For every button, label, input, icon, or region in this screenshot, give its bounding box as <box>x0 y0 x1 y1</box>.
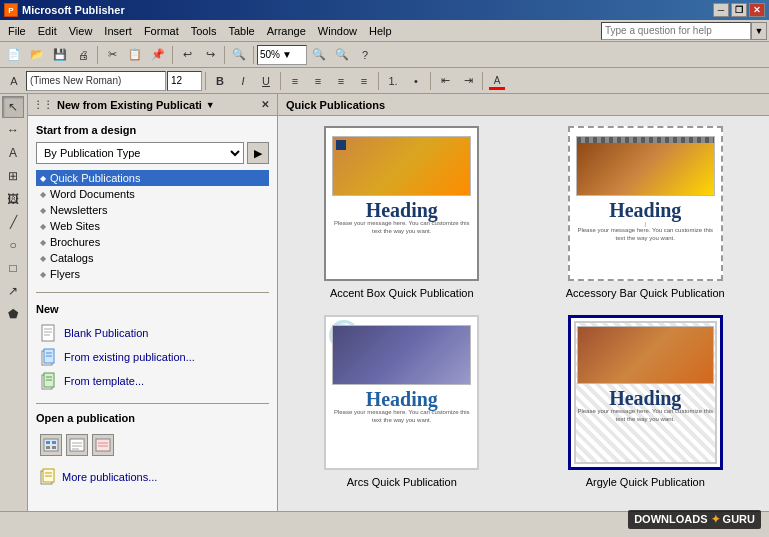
increase-indent-btn[interactable]: ⇥ <box>457 70 479 92</box>
more-publications-label: More publications... <box>62 471 157 483</box>
from-template-item[interactable]: From template... <box>36 369 269 393</box>
cut-btn[interactable]: ✂ <box>101 44 123 66</box>
publication-type-row: By Publication Type ▶ <box>36 142 269 164</box>
more-pubs-icon <box>40 467 56 487</box>
minimize-button[interactable]: ─ <box>713 3 729 17</box>
app-icon: P <box>4 3 18 17</box>
content-scroll[interactable]: Heading Please your message here. You ca… <box>278 116 769 511</box>
align-left-btn[interactable]: ≡ <box>284 70 306 92</box>
pub-thumb-accessory-bar[interactable]: Heading | Please your message here. You … <box>568 126 723 281</box>
new-btn[interactable]: 📄 <box>3 44 25 66</box>
pub-thumb-arcs[interactable]: Heading Please your message here. You ca… <box>324 315 479 470</box>
menu-insert[interactable]: Insert <box>98 23 138 39</box>
tree-item-catalogs[interactable]: ◆ Catalogs <box>36 250 269 266</box>
tree-label: Brochures <box>50 236 100 248</box>
text-tool[interactable]: A <box>2 142 24 164</box>
align-right-btn[interactable]: ≡ <box>330 70 352 92</box>
menu-format[interactable]: Format <box>138 23 185 39</box>
watermark: DOWNLOADS ✦ GURU <box>628 510 761 529</box>
pub-type-expand-btn[interactable]: ▶ <box>247 142 269 164</box>
tree-item-quick-publications[interactable]: ◆ Quick Publications <box>36 170 269 186</box>
menu-arrange[interactable]: Arrange <box>261 23 312 39</box>
font-color-btn[interactable]: A <box>486 70 508 92</box>
zoom-out-btn[interactable]: 🔍 <box>331 44 353 66</box>
pub-thumb-accent-box[interactable]: Heading Please your message here. You ca… <box>324 126 479 281</box>
align-center-btn[interactable]: ≡ <box>307 70 329 92</box>
open-section: Open a publication <box>36 408 269 494</box>
open-recent-3[interactable] <box>92 434 114 456</box>
help-arrow-button[interactable]: ▼ <box>751 22 767 40</box>
pub-label-argyle: Argyle Quick Publication <box>586 476 705 488</box>
zoom-in-btn[interactable]: 🔍 <box>308 44 330 66</box>
publication-type-select[interactable]: By Publication Type <box>36 142 244 164</box>
open-section-title: Open a publication <box>36 412 269 424</box>
menu-file[interactable]: File <box>2 23 32 39</box>
svg-rect-14 <box>52 441 56 444</box>
paste-btn[interactable]: 📌 <box>147 44 169 66</box>
new-section-title: New <box>36 303 269 315</box>
from-existing-item[interactable]: From existing publication... <box>36 345 269 369</box>
picture-tool[interactable]: 🖼 <box>2 188 24 210</box>
table-tool[interactable]: ⊞ <box>2 165 24 187</box>
open-recent-1[interactable] <box>40 434 62 456</box>
redo-btn[interactable]: ↪ <box>199 44 221 66</box>
tree-item-flyers[interactable]: ◆ Flyers <box>36 266 269 282</box>
task-pane-close-button[interactable]: ✕ <box>258 98 272 112</box>
open-recent-2[interactable] <box>66 434 88 456</box>
tree-label: Web Sites <box>50 220 100 232</box>
bullet-icon: ◆ <box>40 222 46 231</box>
menu-help[interactable]: Help <box>363 23 398 39</box>
bullets-btn[interactable]: • <box>405 70 427 92</box>
watermark-accent: ✦ <box>711 513 723 525</box>
blank-publication-item[interactable]: Blank Publication <box>36 321 269 345</box>
help-input[interactable] <box>601 22 751 40</box>
help-question-btn[interactable]: ? <box>354 44 376 66</box>
menu-view[interactable]: View <box>63 23 99 39</box>
line-tool[interactable]: ╱ <box>2 211 24 233</box>
font-size-input[interactable] <box>167 71 202 91</box>
menu-table[interactable]: Table <box>222 23 260 39</box>
from-existing-label: From existing publication... <box>64 351 195 363</box>
font-name-input[interactable] <box>26 71 166 91</box>
tree-item-newsletters[interactable]: ◆ Newsletters <box>36 202 269 218</box>
autoshape-tool[interactable]: ⬟ <box>2 303 24 325</box>
style-btn[interactable]: A <box>3 70 25 92</box>
justify-btn[interactable]: ≡ <box>353 70 375 92</box>
decrease-indent-btn[interactable]: ⇤ <box>434 70 456 92</box>
bold-btn[interactable]: B <box>209 70 231 92</box>
tree-item-word-documents[interactable]: ◆ Word Documents <box>36 186 269 202</box>
from-template-icon <box>40 372 58 390</box>
numbering-btn[interactable]: 1. <box>382 70 404 92</box>
copy-btn[interactable]: 📋 <box>124 44 146 66</box>
restore-button[interactable]: ❐ <box>731 3 747 17</box>
more-publications-link[interactable]: More publications... <box>36 464 269 490</box>
task-pane-title: New from Existing Publicati <box>57 99 202 111</box>
select-tool[interactable]: ↔ <box>2 119 24 141</box>
tree-item-web-sites[interactable]: ◆ Web Sites <box>36 218 269 234</box>
oval-tool[interactable]: ○ <box>2 234 24 256</box>
publications-grid: Heading Please your message here. You ca… <box>288 126 759 488</box>
italic-btn[interactable]: I <box>232 70 254 92</box>
sep4 <box>253 46 254 64</box>
open-btn[interactable]: 📂 <box>26 44 48 66</box>
bullet-icon: ◆ <box>40 206 46 215</box>
menu-tools[interactable]: Tools <box>185 23 223 39</box>
menu-window[interactable]: Window <box>312 23 363 39</box>
save-btn[interactable]: 💾 <box>49 44 71 66</box>
search-btn[interactable]: 🔍 <box>228 44 250 66</box>
pointer-tool[interactable]: ↖ <box>2 96 24 118</box>
svg-rect-13 <box>46 441 50 444</box>
arrow-tool[interactable]: ↗ <box>2 280 24 302</box>
menu-bar: File Edit View Insert Format Tools Table… <box>0 20 769 42</box>
watermark-text: DOWNLOADS <box>634 513 707 525</box>
zoom-dropdown[interactable]: 50% ▼ <box>257 45 307 65</box>
rect-tool[interactable]: □ <box>2 257 24 279</box>
underline-btn[interactable]: U <box>255 70 277 92</box>
menu-edit[interactable]: Edit <box>32 23 63 39</box>
close-button[interactable]: ✕ <box>749 3 765 17</box>
undo-btn[interactable]: ↩ <box>176 44 198 66</box>
print-btn[interactable]: 🖨 <box>72 44 94 66</box>
tree-item-brochures[interactable]: ◆ Brochures <box>36 234 269 250</box>
task-pane-dropdown-arrow[interactable]: ▼ <box>206 100 215 110</box>
pub-thumb-argyle[interactable]: Heading Please your message here. You ca… <box>568 315 723 470</box>
